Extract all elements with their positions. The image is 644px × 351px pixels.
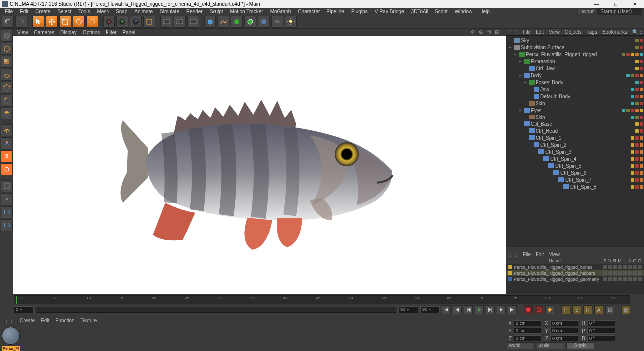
object-label[interactable]: Subdivision Surface [521, 45, 611, 50]
last-tool[interactable] [86, 16, 98, 28]
menu-tools[interactable]: Tools [75, 9, 93, 14]
tree-row[interactable]: −Ctrl_Spin_3 [506, 148, 644, 155]
select-tool[interactable] [32, 16, 44, 28]
tag-dots[interactable] [613, 53, 643, 56]
render-pv[interactable] [174, 16, 186, 28]
objmenu-bookmarks[interactable]: Bookmarks [602, 29, 627, 35]
viewport[interactable] [13, 36, 506, 294]
expander[interactable]: − [518, 59, 523, 64]
menu-file[interactable]: File [2, 9, 16, 14]
layer-flags[interactable] [603, 271, 642, 275]
timeline-track[interactable] [36, 307, 396, 313]
tag-dots[interactable] [613, 157, 643, 161]
undo-button[interactable] [2, 16, 14, 28]
size-y-input[interactable]: 0 cm [550, 328, 578, 334]
texture-mode[interactable] [1, 56, 13, 68]
tree-row[interactable]: −Body [506, 72, 644, 79]
size-z-input[interactable]: 0 cm [550, 335, 578, 341]
key-param-button[interactable]: A [594, 305, 603, 314]
maximize-button[interactable]: □ [608, 1, 623, 7]
expander[interactable]: − [533, 149, 537, 155]
expander[interactable]: − [518, 73, 523, 78]
object-label[interactable]: Jaw [540, 87, 611, 92]
object-label[interactable]: Perca_Fluviatilis_Rigged_rigged [526, 52, 611, 57]
step-fwd-button[interactable] [486, 305, 495, 314]
tree-row[interactable]: −Poses: Body [506, 79, 644, 86]
tree-row[interactable]: Sky [506, 37, 644, 44]
snap-toggle[interactable]: S [1, 150, 13, 162]
layer-color-swatch[interactable] [508, 277, 512, 281]
menu-animate[interactable]: Animate [131, 9, 156, 14]
object-label[interactable]: Ctrl_Spin_3 [545, 149, 611, 155]
tag-dots[interactable] [613, 136, 643, 140]
tree-row[interactable]: −Expression [506, 58, 644, 65]
frame-end-b-input[interactable]: 90 F [420, 306, 440, 313]
tag-dots[interactable] [613, 95, 643, 98]
tree-row[interactable]: Ctrl_Spin_8 [506, 183, 644, 190]
matmenu-create[interactable]: Create [20, 318, 35, 325]
object-label[interactable]: Default: Body [540, 94, 611, 99]
object-label[interactable]: Ctrl_Jaw [536, 66, 611, 71]
layer-name[interactable]: Perca_Fluviatilis_Rigged_rigged_bones [514, 265, 603, 270]
goto-prevkey-button[interactable] [453, 305, 462, 314]
coord-mode-select[interactable]: World [507, 342, 535, 349]
tag-dots[interactable] [613, 164, 643, 168]
vp-nav-toggle-icon[interactable]: ⊞ [495, 29, 502, 35]
object-label[interactable]: Ctrl_Spin_6 [560, 170, 611, 176]
menu-select[interactable]: Select [54, 9, 74, 14]
pos-z-input[interactable]: 0 cm [514, 335, 541, 341]
menu-3dtoall[interactable]: 3DToAll [408, 9, 431, 14]
expander[interactable]: − [523, 80, 528, 85]
menu-mograph[interactable]: MoGraph [267, 9, 294, 14]
objmenu-edit[interactable]: Edit [536, 29, 544, 35]
add-light[interactable] [285, 16, 297, 28]
tag-dots[interactable] [613, 102, 643, 105]
tree-row[interactable]: Skin [506, 114, 644, 120]
menu-help[interactable]: Help [476, 9, 493, 14]
polygon-mode[interactable] [1, 108, 13, 119]
tree-row[interactable]: −Ctrl_Spin_1 [506, 134, 644, 141]
tree-scrollbar[interactable] [506, 246, 644, 251]
close-button[interactable]: ✕ [627, 1, 642, 7]
tag-dots[interactable] [613, 122, 643, 126]
menu-plugins[interactable]: Plugins [348, 9, 371, 14]
time-ruler[interactable]: 051015202530354045505560657075808590 [14, 295, 630, 304]
menu-mesh[interactable]: Mesh [94, 9, 112, 14]
add-deformer[interactable] [244, 16, 256, 28]
edge-mode[interactable] [1, 95, 13, 107]
size-x-input[interactable]: 0 cm [550, 320, 578, 326]
tree-row[interactable]: −Perca_Fluviatilis_Rigged_rigged [506, 51, 644, 58]
x-axis-lock[interactable]: X [103, 16, 115, 28]
tag-dots[interactable] [613, 74, 643, 77]
frame-start-input[interactable]: 0 F [14, 306, 34, 313]
object-label[interactable]: Ctrl_Spin_5 [555, 163, 611, 169]
soft-select[interactable] [1, 163, 13, 175]
menu-simulate[interactable]: Simulate [157, 9, 182, 14]
tag-dots[interactable] [613, 143, 643, 147]
menu-edit[interactable]: Edit [17, 9, 31, 14]
redo-button[interactable] [15, 16, 27, 28]
home-icon[interactable]: ⌂ [640, 29, 643, 35]
tag-dots[interactable] [613, 171, 643, 175]
tag-dots[interactable] [613, 46, 643, 49]
record-button[interactable] [524, 305, 533, 314]
object-label[interactable]: Ctrl_Head [536, 128, 611, 134]
script-1[interactable] [1, 206, 13, 218]
layer-color-swatch[interactable] [508, 271, 512, 275]
layer-flags[interactable] [603, 277, 642, 281]
layer-row[interactable]: Perca_Fluviatilis_Rigged_rigged_helpers [506, 270, 644, 276]
tree-row[interactable]: −Eyes [506, 107, 644, 114]
tree-row[interactable]: −Subdivision Surface [506, 44, 644, 51]
objmenu-tags[interactable]: Tags [587, 29, 597, 35]
apply-button[interactable]: Apply [566, 342, 594, 349]
object-label[interactable]: Skin [536, 101, 611, 106]
menu-vraybridge[interactable]: V-Ray Bridge [372, 9, 407, 14]
axis-mode[interactable] [1, 124, 13, 136]
render-settings[interactable] [187, 16, 199, 28]
expander[interactable]: − [552, 177, 557, 183]
matmenu-texture[interactable]: Texture [81, 318, 97, 325]
vp-menu-view[interactable]: View [17, 30, 28, 35]
tree-row[interactable]: Jaw [506, 86, 644, 93]
vp-menu-cameras[interactable]: Cameras [34, 30, 55, 35]
pos-x-input[interactable]: 0 cm [514, 320, 541, 326]
